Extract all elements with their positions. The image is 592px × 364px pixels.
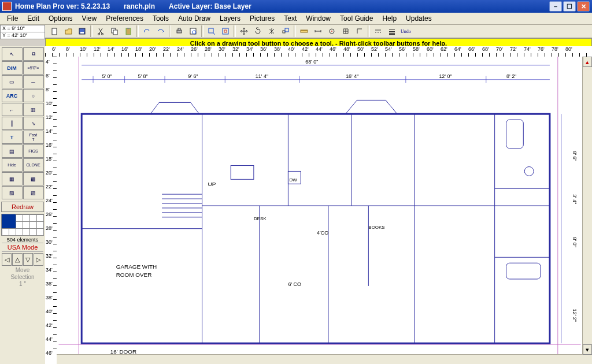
- fill-tool[interactable]: ▤: [2, 144, 23, 158]
- close-button[interactable]: ✕: [577, 1, 590, 12]
- hatch1-tool[interactable]: ▦: [2, 172, 23, 185]
- rect-tool[interactable]: ▭: [2, 75, 23, 88]
- print-button[interactable]: [172, 25, 186, 38]
- redo-button[interactable]: [154, 25, 168, 38]
- vruler-tick: 38': [46, 295, 53, 300]
- fast-text-tool[interactable]: Fast T: [23, 131, 44, 144]
- wall-tool[interactable]: ┃: [2, 117, 23, 130]
- units-mode[interactable]: USA Mode: [2, 243, 43, 252]
- maximize-button[interactable]: ☐: [563, 1, 576, 12]
- vruler-tick: 24': [46, 198, 53, 203]
- grid-toggle-button[interactable]: [339, 25, 353, 38]
- hruler-tick: 34': [246, 46, 253, 52]
- hruler-tick: 42': [302, 46, 309, 52]
- nudge-down[interactable]: ▽: [23, 253, 33, 266]
- vruler-tick: 10': [46, 101, 53, 106]
- hatch2-tool[interactable]: ▩: [23, 172, 44, 185]
- nudge-left[interactable]: ◁: [2, 253, 12, 266]
- zoom-extents-button[interactable]: [219, 25, 232, 38]
- element-count: 504 elements: [2, 237, 43, 243]
- vruler-tick: 32': [46, 253, 53, 259]
- zoom-window-button[interactable]: [205, 25, 219, 38]
- dimension-button[interactable]: [311, 25, 325, 38]
- door-tool[interactable]: ⌐: [2, 103, 23, 116]
- nudge-up[interactable]: △: [12, 253, 22, 266]
- hruler-tick: 16': [121, 46, 128, 52]
- hruler-tick: 22': [163, 46, 170, 52]
- move-button[interactable]: [237, 25, 251, 38]
- menu-help[interactable]: Help: [378, 13, 401, 24]
- cut-button[interactable]: [94, 25, 108, 38]
- horizontal-scrollbar[interactable]: [57, 354, 583, 364]
- scroll-down-icon[interactable]: ▾: [583, 344, 592, 355]
- open-file-button[interactable]: [61, 25, 75, 38]
- drawing-canvas[interactable]: 68' 0" 5' 0"5' 8"9' 6"11' 4"16' 4"12' 0"…: [57, 57, 583, 355]
- vruler-tick: 40': [46, 309, 53, 314]
- paste-button[interactable]: [121, 25, 135, 38]
- hruler-tick: 64': [454, 46, 461, 52]
- dim-ext-tool[interactable]: =5'0"=: [23, 61, 44, 75]
- menu-edit[interactable]: Edit: [23, 13, 44, 24]
- hruler-tick: 66': [468, 46, 475, 52]
- menu-tools[interactable]: Tools: [148, 13, 173, 24]
- dim-right-1: 3' 4": [572, 194, 578, 204]
- line-weight-button[interactable]: [385, 25, 399, 38]
- nudge-right[interactable]: ▷: [34, 253, 43, 266]
- select-arrow[interactable]: ↖: [2, 47, 23, 61]
- figs-tool[interactable]: FIGS: [23, 144, 44, 158]
- color-swatch[interactable]: [1, 214, 44, 236]
- mirror-button[interactable]: [265, 25, 279, 38]
- dim-tool[interactable]: DIM: [2, 61, 23, 75]
- hruler-tick: 52': [371, 46, 378, 52]
- hruler-tick: 14': [108, 46, 114, 52]
- svg-rect-53: [231, 166, 254, 180]
- menu-options[interactable]: Options: [44, 13, 77, 24]
- horizontal-ruler[interactable]: 6'8'10'12'14'16'18'20'22'24'26'28'30'32'…: [45, 46, 592, 57]
- minimize-button[interactable]: –: [549, 1, 562, 12]
- menu-updates[interactable]: Updates: [401, 13, 436, 24]
- undo-dropdown[interactable]: Undo: [399, 25, 413, 38]
- vertical-scrollbar[interactable]: ▴ ▾: [582, 57, 592, 355]
- select-fence[interactable]: ⧉: [23, 47, 44, 61]
- svg-rect-0: [52, 28, 57, 35]
- menu-pictures[interactable]: Pictures: [245, 13, 279, 24]
- window-tool[interactable]: ▥: [23, 103, 44, 116]
- text-tool[interactable]: T: [2, 131, 23, 144]
- hruler-tick: 26': [191, 46, 198, 52]
- measure-button[interactable]: [297, 25, 311, 38]
- ortho-toggle-button[interactable]: [353, 25, 367, 38]
- hatch3-tool[interactable]: ▧: [2, 186, 23, 199]
- rotate-button[interactable]: [251, 25, 265, 38]
- line-tool[interactable]: ─: [23, 75, 44, 88]
- circle-tool[interactable]: ○: [23, 89, 44, 102]
- menu-view[interactable]: View: [77, 13, 101, 24]
- hatch4-tool[interactable]: ▨: [23, 186, 44, 199]
- redraw-button[interactable]: Redraw: [1, 202, 44, 212]
- snap-toggle-button[interactable]: [325, 25, 339, 38]
- clone-tool[interactable]: CLONE: [23, 158, 44, 172]
- vruler-tick: 6': [46, 73, 50, 79]
- menu-file[interactable]: File: [2, 13, 23, 24]
- menu-text[interactable]: Text: [279, 13, 301, 24]
- polyline-tool[interactable]: ∿: [23, 117, 44, 130]
- hruler-tick: 56': [399, 46, 406, 52]
- menu-tool-guide[interactable]: Tool Guide: [335, 13, 378, 24]
- title-bar: Home Plan Pro ver: 5.2.23.13 ranch.pln A…: [0, 0, 592, 13]
- vertical-ruler[interactable]: 4'6'8'10'12'14'16'18'20'22'24'26'28'30'3…: [45, 57, 57, 355]
- copy-button[interactable]: [108, 25, 121, 38]
- print-preview-button[interactable]: [186, 25, 200, 38]
- scroll-up-icon[interactable]: ▴: [583, 57, 592, 67]
- menu-layers[interactable]: Layers: [215, 13, 245, 24]
- line-style-button[interactable]: [371, 25, 385, 38]
- save-file-button[interactable]: [75, 25, 89, 38]
- hide-tool[interactable]: Hide: [2, 158, 23, 172]
- scale-button[interactable]: [279, 25, 293, 38]
- svg-rect-10: [178, 28, 180, 30]
- arc-tool[interactable]: ARC: [2, 89, 23, 102]
- menu-auto-draw[interactable]: Auto Draw: [173, 13, 215, 24]
- menu-preferences[interactable]: Preferences: [101, 13, 148, 24]
- scroll-corner: [583, 355, 592, 364]
- new-file-button[interactable]: [47, 25, 61, 38]
- undo-button[interactable]: [140, 25, 154, 38]
- menu-window[interactable]: Window: [301, 13, 335, 24]
